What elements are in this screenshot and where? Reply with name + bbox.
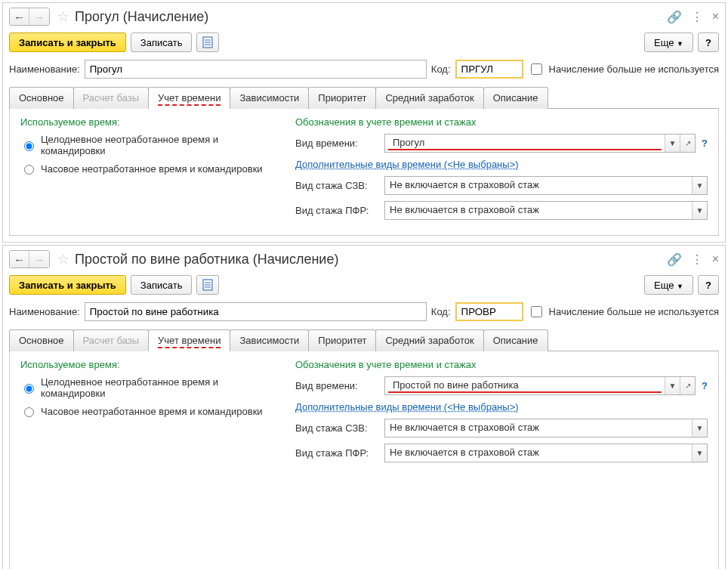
link-icon[interactable]: 🔗 — [667, 252, 682, 267]
field-help-icon[interactable]: ? — [702, 380, 708, 391]
name-label: Наименование: — [9, 63, 80, 75]
vid-vremeni-select[interactable]: Прогул ▼ ↗ — [384, 134, 696, 153]
chevron-down-icon[interactable]: ▼ — [692, 177, 707, 194]
help-button[interactable]: ? — [698, 32, 719, 52]
tab-sredniy-zarabotok[interactable]: Средний заработок — [375, 87, 483, 109]
save-button[interactable]: Записать — [131, 275, 193, 295]
kebab-menu-icon[interactable]: ⋮ — [691, 252, 703, 267]
used-time-header: Используемое время: — [20, 359, 277, 370]
toolbar: Записать и закрыть Записать Еще ▼ ? — [3, 30, 725, 58]
forward-button[interactable]: → — [29, 251, 49, 267]
extra-types-link[interactable]: Дополнительные виды времени (<Не выбраны… — [295, 401, 519, 413]
open-ref-icon[interactable]: ↗ — [680, 377, 695, 394]
radio-daily[interactable]: Целодневное неотработанное время и коман… — [20, 134, 277, 156]
staj-pfr-label: Вид стажа ПФР: — [295, 205, 378, 216]
window-prostoy: ← → ☆ Простой по вине работника (Начисле… — [2, 245, 726, 569]
more-button[interactable]: Еще ▼ — [644, 275, 693, 295]
tab-uchet-vremeni[interactable]: Учет времени — [148, 87, 230, 109]
not-used-label: Начисление больше не используется — [549, 306, 719, 317]
vid-vremeni-label: Вид времени: — [295, 138, 378, 149]
code-label: Код: — [431, 306, 451, 317]
tab-zavisimosti[interactable]: Зависимости — [230, 87, 309, 109]
tab-opisanie[interactable]: Описание — [483, 329, 548, 351]
name-row: Наименование: Код: Начисление больше не … — [3, 58, 725, 86]
save-close-button[interactable]: Записать и закрыть — [9, 32, 126, 52]
vid-vremeni-label: Вид времени: — [295, 380, 378, 391]
tab-zavisimosti[interactable]: Зависимости — [230, 329, 309, 351]
back-button[interactable]: ← — [10, 8, 29, 25]
name-input[interactable] — [85, 60, 427, 79]
used-time-header: Используемое время: — [20, 116, 277, 128]
staj-szv-select[interactable]: Не включается в страховой стаж ▼ — [384, 419, 708, 438]
designations-header: Обозначения в учете времени и стажах — [295, 359, 708, 370]
vid-vremeni-select[interactable]: Простой по вине работника ▼ ↗ — [384, 376, 696, 395]
chevron-down-icon[interactable]: ▼ — [665, 377, 680, 394]
not-used-checkbox[interactable] — [531, 63, 542, 75]
name-label: Наименование: — [9, 306, 80, 317]
tabs: Основное Расчет базы Учет времени Зависи… — [9, 329, 719, 351]
not-used-label: Начисление больше не используется — [549, 63, 719, 75]
window-progul: ← → ☆ Прогул (Начисление) 🔗 ⋮ × Записать… — [2, 2, 726, 243]
save-button[interactable]: Записать — [131, 32, 193, 52]
save-close-button[interactable]: Записать и закрыть — [9, 275, 126, 295]
tab-body: Используемое время: Целодневное неотрабо… — [9, 109, 719, 236]
link-icon[interactable]: 🔗 — [667, 10, 682, 24]
tab-uchet-vremeni[interactable]: Учет времени — [148, 329, 230, 351]
chevron-down-icon[interactable]: ▼ — [692, 202, 707, 219]
staj-szv-select[interactable]: Не включается в страховой стаж ▼ — [384, 176, 708, 195]
tab-body: Используемое время: Целодневное неотрабо… — [9, 351, 719, 569]
staj-pfr-select[interactable]: Не включается в страховой стаж ▼ — [384, 444, 708, 462]
staj-pfr-label: Вид стажа ПФР: — [295, 447, 378, 459]
document-button[interactable] — [196, 275, 219, 295]
kebab-menu-icon[interactable]: ⋮ — [691, 10, 703, 24]
titlebar: ← → ☆ Простой по вине работника (Начисле… — [3, 246, 725, 273]
tab-osnovnoe[interactable]: Основное — [9, 329, 74, 351]
code-input[interactable] — [455, 60, 523, 79]
not-used-checkbox[interactable] — [531, 306, 542, 317]
open-ref-icon[interactable]: ↗ — [680, 135, 695, 152]
field-help-icon[interactable]: ? — [702, 138, 708, 149]
favorite-star-icon[interactable]: ☆ — [57, 251, 69, 267]
radio-hourly[interactable]: Часовое неотработанное время и командиро… — [20, 162, 277, 175]
tabs: Основное Расчет базы Учет времени Зависи… — [9, 86, 719, 109]
document-icon — [202, 36, 213, 48]
name-row: Наименование: Код: Начисление больше не … — [3, 301, 725, 329]
nav-group: ← → — [9, 8, 50, 26]
back-button[interactable]: ← — [10, 251, 29, 267]
code-label: Код: — [431, 63, 451, 75]
tab-prioritet[interactable]: Приоритет — [308, 87, 376, 109]
tab-raschet-bazy[interactable]: Расчет базы — [73, 329, 150, 351]
window-title: Простой по вине работника (Начисление) — [75, 252, 338, 267]
window-title: Прогул (Начисление) — [75, 9, 208, 25]
tab-opisanie[interactable]: Описание — [483, 87, 548, 109]
extra-types-link[interactable]: Дополнительные виды времени (<Не выбраны… — [295, 159, 519, 170]
staj-szv-label: Вид стажа СЗВ: — [295, 180, 378, 191]
nav-group: ← → — [9, 250, 50, 268]
tab-osnovnoe[interactable]: Основное — [9, 87, 74, 109]
toolbar: Записать и закрыть Записать Еще ▼ ? — [3, 273, 725, 301]
close-icon[interactable]: × — [712, 252, 719, 266]
chevron-down-icon[interactable]: ▼ — [692, 444, 707, 462]
code-input[interactable] — [455, 302, 523, 321]
chevron-down-icon: ▼ — [677, 40, 683, 48]
tab-sredniy-zarabotok[interactable]: Средний заработок — [375, 329, 483, 351]
document-button[interactable] — [196, 32, 219, 52]
more-button[interactable]: Еще ▼ — [644, 32, 693, 52]
staj-szv-label: Вид стажа СЗВ: — [295, 422, 378, 434]
tab-prioritet[interactable]: Приоритет — [308, 329, 376, 351]
close-icon[interactable]: × — [712, 10, 719, 23]
document-icon — [202, 279, 213, 291]
forward-button[interactable]: → — [29, 8, 49, 25]
chevron-down-icon[interactable]: ▼ — [665, 135, 680, 152]
radio-hourly[interactable]: Часовое неотработанное время и командиро… — [20, 405, 277, 417]
chevron-down-icon: ▼ — [677, 283, 683, 290]
designations-header: Обозначения в учете времени и стажах — [295, 116, 708, 128]
tab-raschet-bazy[interactable]: Расчет базы — [73, 87, 150, 109]
name-input[interactable] — [85, 302, 427, 321]
radio-daily[interactable]: Целодневное неотработанное время и коман… — [20, 376, 277, 399]
help-button[interactable]: ? — [698, 275, 719, 295]
chevron-down-icon[interactable]: ▼ — [692, 419, 707, 437]
titlebar: ← → ☆ Прогул (Начисление) 🔗 ⋮ × — [3, 3, 725, 30]
staj-pfr-select[interactable]: Не включается в страховой стаж ▼ — [384, 201, 708, 220]
favorite-star-icon[interactable]: ☆ — [57, 8, 69, 25]
